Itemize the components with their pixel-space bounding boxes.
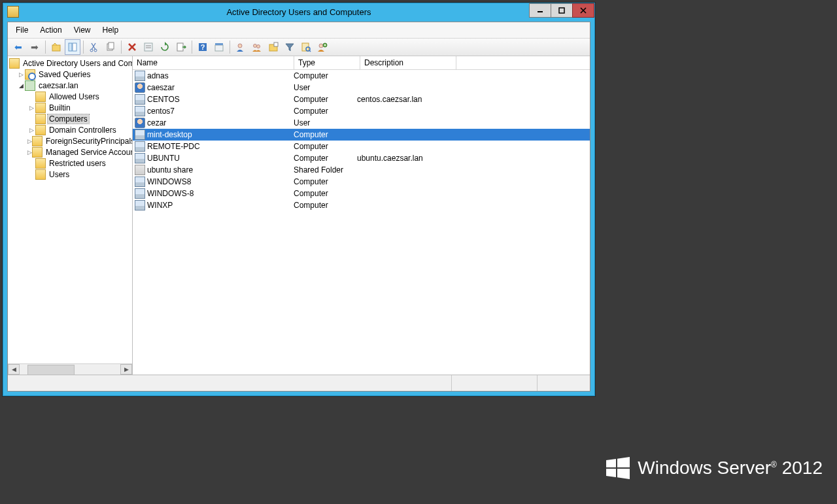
list-row[interactable]: WINDOWS8Computer [133, 176, 590, 188]
cell-type: User [292, 83, 355, 92]
menu-file[interactable]: File [10, 24, 33, 36]
folder-icon [32, 136, 43, 146]
tree-label: Restricted users [48, 159, 107, 168]
cell-name: UBUNTU [133, 153, 292, 163]
list-row[interactable]: caeszarUser [133, 82, 590, 93]
row-name-text: CENTOS [147, 95, 180, 104]
show-hide-tree-button[interactable] [65, 39, 80, 55]
cell-type: Computer [292, 189, 355, 198]
domain-icon [25, 80, 35, 91]
copy-button[interactable] [103, 39, 118, 55]
row-name-text: cezar [147, 118, 166, 127]
minimize-button[interactable] [529, 3, 551, 18]
cell-description: ubuntu.caezsar.lan [355, 154, 449, 163]
column-name[interactable]: Name [133, 56, 294, 69]
list-row[interactable]: centos7Computer [133, 105, 590, 117]
svg-rect-5 [69, 43, 72, 51]
tree-label: caezsar.lan [37, 81, 80, 90]
svg-rect-25 [274, 42, 278, 46]
expand-icon[interactable]: ▷ [27, 149, 32, 156]
tree-label: Builtin [48, 103, 72, 112]
options-button[interactable] [211, 39, 227, 55]
column-description[interactable]: Description [360, 56, 456, 69]
computer-icon [135, 200, 145, 210]
nav-forward-button[interactable]: ➡ [27, 39, 43, 55]
tree-node[interactable]: Allowed Users [8, 91, 132, 102]
list-row[interactable]: WINDOWS-8Computer [133, 188, 590, 199]
find-button[interactable] [298, 39, 314, 55]
cell-type: Computer [292, 107, 355, 116]
tree-root[interactable]: Active Directory Users and Computers [8, 58, 132, 69]
cut-button[interactable] [86, 39, 102, 55]
menu-view[interactable]: View [69, 24, 96, 36]
scroll-thumb[interactable] [27, 365, 75, 375]
scroll-right-button[interactable]: ▶ [120, 364, 132, 375]
svg-point-23 [257, 45, 260, 48]
add-to-group-button[interactable] [315, 39, 330, 55]
list-row[interactable]: ubuntu shareShared Folder [133, 164, 590, 176]
export-list-button[interactable] [173, 39, 189, 55]
list-panel: Name Type Description adnasComputercaesz… [133, 56, 590, 375]
toolbar-sep [230, 41, 230, 54]
watermark-brand: Windows Server [638, 458, 771, 478]
tree-node[interactable]: ▷Builtin [8, 102, 132, 113]
svg-text:?: ? [201, 43, 205, 51]
list-row[interactable]: UBUNTUComputerubuntu.caezsar.lan [133, 152, 590, 164]
desktop-watermark: Windows Server® 2012 [606, 457, 823, 479]
aduc-root-icon [9, 58, 20, 69]
svg-point-22 [254, 44, 257, 48]
cell-name: cezar [133, 118, 292, 128]
toolbar-sep [121, 41, 122, 54]
computer-icon [135, 106, 145, 116]
tree-node[interactable]: Restricted users [8, 158, 132, 169]
row-name-text: WINXP [147, 201, 173, 210]
scroll-track[interactable] [20, 365, 120, 374]
list-row[interactable]: WINXPComputer [133, 199, 590, 211]
tree-node[interactable]: ▷ForeignSecurityPrincipals [8, 135, 132, 146]
expand-icon[interactable]: ▷ [27, 127, 35, 133]
tree-hscrollbar[interactable]: ◀ ▶ [8, 363, 132, 375]
cell-name: centos7 [133, 106, 292, 116]
tree-domain[interactable]: ◢ caezsar.lan [8, 80, 132, 91]
column-type[interactable]: Type [294, 56, 360, 69]
row-name-text: ubuntu share [147, 165, 193, 175]
titlebar[interactable]: Active Directory Users and Computers [3, 3, 594, 20]
up-button[interactable] [48, 39, 64, 55]
maximize-button[interactable] [551, 3, 573, 18]
menu-action[interactable]: Action [35, 24, 67, 36]
collapse-icon[interactable]: ◢ [17, 82, 25, 89]
svg-rect-19 [215, 45, 223, 51]
row-name-text: WINDOWS8 [147, 177, 191, 186]
close-button[interactable] [572, 3, 594, 18]
scroll-left-button[interactable]: ◀ [8, 364, 20, 375]
tree-node[interactable]: ▷Managed Service Accounts [8, 146, 132, 158]
list-row[interactable]: REMOTE-PDCComputer [133, 141, 590, 152]
cell-name: WINDOWS8 [133, 176, 292, 187]
list-body[interactable]: adnasComputercaeszarUserCENTOSComputerce… [133, 70, 590, 375]
list-row[interactable]: cezarUser [133, 117, 590, 129]
expand-icon[interactable]: ▷ [27, 138, 32, 144]
tree-node[interactable]: Computers [8, 113, 132, 124]
expand-icon[interactable]: ▷ [17, 71, 25, 78]
tree-panel: Active Directory Users and Computers ▷ S… [8, 56, 133, 375]
tree-node[interactable]: ▷Domain Controllers [8, 124, 132, 135]
delete-button[interactable] [124, 39, 140, 55]
user-icon [135, 82, 145, 93]
list-row[interactable]: CENTOSComputercentos.caezsar.lan [133, 93, 590, 105]
refresh-button[interactable] [157, 39, 173, 55]
list-row[interactable]: mint-desktopComputer [133, 129, 590, 141]
folder-icon [32, 147, 43, 158]
tree-node[interactable]: Users [8, 169, 132, 180]
new-ou-button[interactable] [265, 39, 281, 55]
tree[interactable]: Active Directory Users and Computers ▷ S… [8, 56, 132, 363]
tree-saved-queries[interactable]: ▷ Saved Queries [8, 69, 132, 80]
new-user-button[interactable] [233, 39, 248, 55]
nav-back-button[interactable]: ⬅ [10, 39, 26, 55]
properties-button[interactable] [141, 39, 156, 55]
new-group-button[interactable] [249, 39, 265, 55]
list-row[interactable]: adnasComputer [133, 70, 590, 82]
filter-button[interactable] [282, 39, 298, 55]
menu-help[interactable]: Help [97, 24, 124, 36]
help-button[interactable]: ? [195, 39, 211, 55]
expand-icon[interactable]: ▷ [27, 105, 35, 111]
